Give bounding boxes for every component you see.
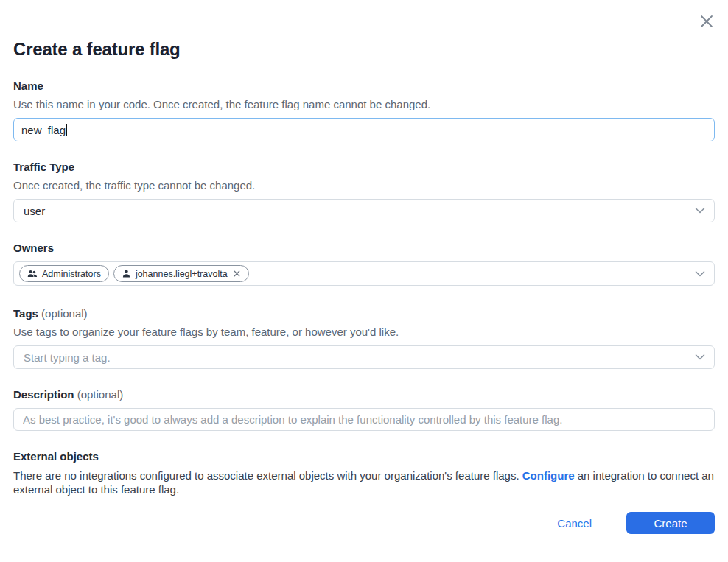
tags-select[interactable]: Start typing a tag. [13, 345, 715, 369]
owners-multiselect[interactable]: Administrators johannes.liegl+travolta [13, 261, 715, 286]
external-objects-text: There are no integrations configured to … [13, 468, 715, 496]
text-caret [66, 124, 67, 136]
owner-chip-user: johannes.liegl+travolta [113, 265, 249, 282]
name-label: Name [13, 79, 715, 94]
chevron-down-icon [695, 270, 705, 277]
description-optional-text: (optional) [77, 388, 124, 401]
external-objects-text-before: There are no integrations configured to … [13, 469, 522, 482]
name-field-group: Name Use this name in your code. Once cr… [13, 79, 715, 141]
owners-label: Owners [13, 241, 715, 256]
owner-chip-administrators: Administrators [19, 265, 109, 282]
group-icon [27, 269, 38, 278]
close-icon [699, 13, 715, 29]
chip-remove-button[interactable] [233, 270, 241, 278]
tags-placeholder: Start typing a tag. [24, 351, 111, 364]
modal-footer: Cancel Create [557, 512, 715, 534]
tags-field-group: Tags (optional) Use tags to organize you… [13, 306, 715, 369]
description-label-text: Description [13, 388, 74, 401]
traffic-type-field-group: Traffic Type Once created, the traffic t… [13, 160, 715, 222]
external-objects-label: External objects [13, 449, 715, 464]
name-help-text: Use this name in your code. Once created… [13, 97, 715, 112]
tags-help-text: Use tags to organize your feature flags … [13, 325, 715, 340]
create-button[interactable]: Create [626, 512, 715, 534]
owner-chip-label: johannes.liegl+travolta [136, 269, 228, 279]
owner-chip-label: Administrators [42, 269, 101, 279]
traffic-type-select[interactable]: user [13, 199, 715, 222]
external-objects-field-group: External objects There are no integratio… [13, 449, 715, 496]
owners-field-group: Owners Administrators [13, 241, 715, 286]
traffic-type-help-text: Once created, the traffic type cannot be… [13, 178, 715, 193]
name-input-value: new_flag [21, 124, 66, 136]
configure-link[interactable]: Configure [522, 469, 575, 482]
tags-label: Tags (optional) [13, 306, 715, 321]
traffic-type-label: Traffic Type [13, 160, 715, 175]
person-icon [122, 269, 131, 278]
create-feature-flag-modal: Create a feature flag Name Use this name… [0, 38, 728, 496]
chevron-down-icon [695, 208, 705, 214]
description-field-group: Description (optional) [13, 387, 715, 431]
tags-optional-text: (optional) [41, 307, 88, 320]
description-label: Description (optional) [13, 387, 715, 402]
name-input[interactable]: new_flag [13, 118, 715, 141]
description-input[interactable] [13, 408, 715, 431]
close-button[interactable] [697, 12, 716, 31]
modal-title: Create a feature flag [13, 38, 715, 60]
traffic-type-selected-value: user [24, 205, 45, 217]
tags-label-text: Tags [13, 307, 38, 320]
cancel-button[interactable]: Cancel [557, 517, 592, 530]
chevron-down-icon [695, 354, 705, 361]
